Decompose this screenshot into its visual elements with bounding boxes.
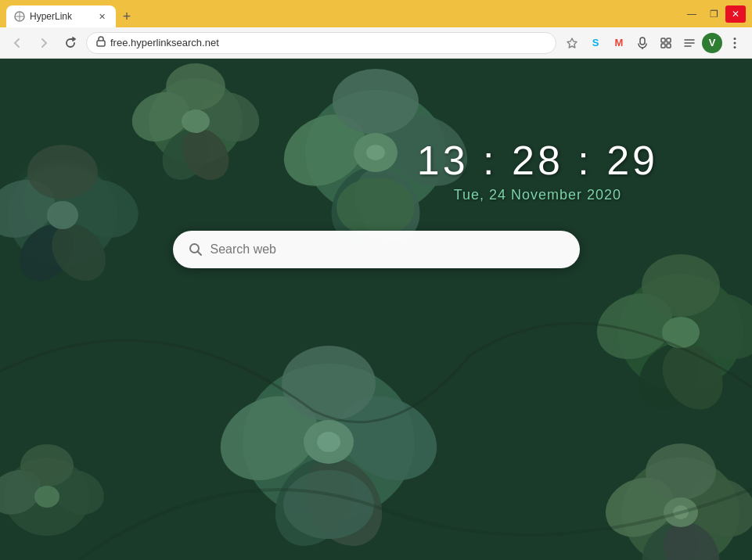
clock-time: 13 : 28 : 29 (417, 137, 658, 184)
restore-button[interactable]: ❐ (703, 5, 724, 23)
skype-button[interactable]: S (585, 32, 606, 54)
tab-favicon (14, 11, 25, 22)
menu-button[interactable] (724, 32, 746, 54)
address-bar: free.hyperlinksearch.net S M V (0, 27, 752, 59)
tab-area: HyperLink ✕ + (6, 0, 678, 27)
svg-rect-8 (667, 38, 671, 42)
svg-rect-5 (640, 38, 645, 45)
profile-avatar[interactable]: V (702, 33, 722, 53)
search-bar[interactable] (173, 231, 580, 268)
toolbar-icons: S M V (561, 32, 746, 54)
svg-rect-10 (667, 44, 671, 48)
svg-rect-7 (661, 38, 665, 42)
microphone-button[interactable] (631, 32, 653, 54)
background-image (0, 59, 752, 560)
reading-list-button[interactable] (678, 32, 700, 54)
lock-icon (96, 36, 106, 49)
url-text: free.hyperlinksearch.net (110, 37, 546, 48)
tab-close-button[interactable]: ✕ (95, 10, 108, 23)
svg-marker-4 (567, 38, 577, 48)
svg-rect-3 (97, 41, 105, 46)
search-container (173, 231, 580, 268)
tab-title: HyperLink (30, 11, 91, 22)
svg-point-15 (734, 41, 736, 44)
forward-button[interactable] (33, 32, 55, 54)
refresh-button[interactable] (59, 32, 81, 54)
window-controls: — ❐ ✕ (682, 5, 746, 23)
address-input[interactable]: free.hyperlinksearch.net (86, 32, 556, 54)
active-tab[interactable]: HyperLink ✕ (6, 5, 116, 27)
clock-date: Tue, 24 November 2020 (417, 187, 658, 203)
search-icon (189, 242, 203, 257)
search-input[interactable] (210, 242, 564, 257)
close-button[interactable]: ✕ (725, 5, 746, 23)
browser-content: 13 : 28 : 29 Tue, 24 November 2020 (0, 59, 752, 560)
extensions-button[interactable] (655, 32, 677, 54)
title-bar: HyperLink ✕ + — ❐ ✕ (0, 0, 752, 27)
new-tab-button[interactable]: + (116, 5, 138, 27)
minimize-button[interactable]: — (682, 5, 702, 23)
svg-point-16 (734, 46, 736, 48)
svg-rect-9 (661, 44, 665, 48)
back-button[interactable] (6, 32, 28, 54)
clock-display: 13 : 28 : 29 Tue, 24 November 2020 (417, 137, 658, 203)
svg-line-70 (197, 252, 201, 256)
gmail-button[interactable]: M (608, 32, 630, 54)
svg-point-14 (734, 38, 736, 40)
bookmark-button[interactable] (561, 32, 583, 54)
